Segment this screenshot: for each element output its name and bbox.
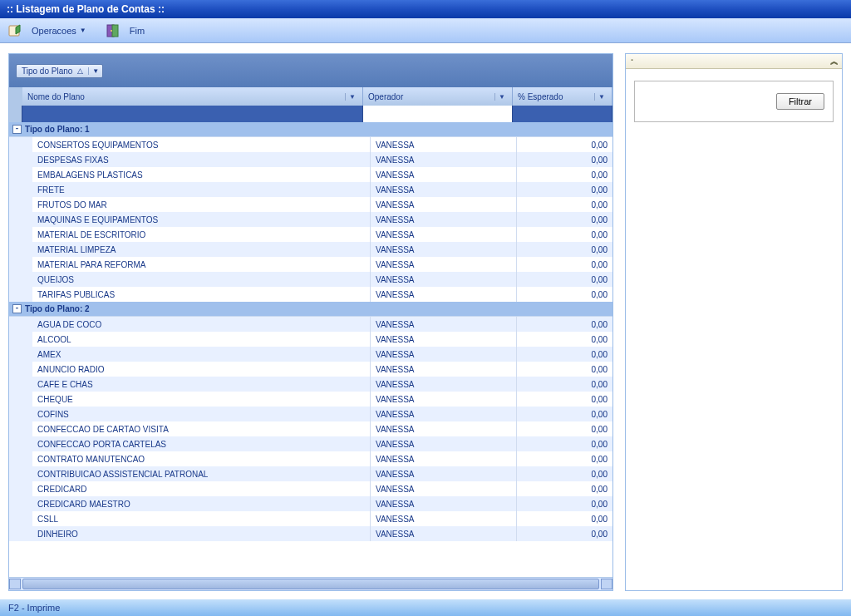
chevron-down-icon[interactable]: ▼: [494, 93, 507, 101]
table-row[interactable]: AGUA DE COCOVANESSA0,00: [9, 317, 612, 332]
filter-row: [9, 106, 612, 122]
table-row[interactable]: EMBALAGENS PLASTICASVANESSA0,00: [9, 167, 612, 182]
fim-button[interactable]: Fim: [126, 24, 148, 37]
cell-esperado: 0,00: [516, 242, 612, 257]
cell-esperado: 0,00: [516, 377, 612, 392]
table-row[interactable]: DINHEIROVANESSA0,00: [9, 526, 612, 541]
cell-esperado: 0,00: [516, 451, 612, 466]
table-row[interactable]: MAQUINAS E EQUIPAMENTOSVANESSA0,00: [9, 212, 612, 227]
filter-cell-esperado[interactable]: [513, 106, 612, 122]
row-indent: [9, 197, 32, 212]
cell-nome: CONTRATO MANUTENCAO: [32, 451, 370, 466]
cell-nome: AMEX: [32, 347, 370, 362]
cell-operador: VANESSA: [370, 451, 516, 466]
cell-esperado: 0,00: [516, 287, 612, 302]
row-indent: [9, 167, 32, 182]
cell-nome: MATERIAL DE ESCRITORIO: [32, 227, 370, 242]
table-row[interactable]: CONFECCAO PORTA CARTELASVANESSA0,00: [9, 436, 612, 451]
window-title: :: Listagem de Plano de Contas ::: [7, 3, 165, 15]
cell-nome: CREDICARD MAESTRO: [32, 496, 370, 511]
table-row[interactable]: FRUTOS DO MARVANESSA0,00: [9, 197, 612, 212]
fim-label: Fim: [130, 26, 145, 36]
filter-cell-operador[interactable]: [363, 106, 513, 122]
scroll-right-button[interactable]: [601, 579, 612, 589]
side-panel-header[interactable]: . ︽: [626, 54, 842, 69]
chevron-down-icon[interactable]: ▼: [88, 67, 99, 75]
cell-esperado: 0,00: [516, 392, 612, 407]
operacoes-menu[interactable]: Operacoes ▼: [28, 24, 90, 37]
window-titlebar: :: Listagem de Plano de Contas ::: [0, 0, 851, 18]
cell-operador: VANESSA: [370, 407, 516, 421]
cell-nome: ANUNCIO RADIO: [32, 362, 370, 377]
cell-nome: CONSERTOS EQUIPAMENTOS: [32, 137, 370, 152]
table-row[interactable]: CONTRIBUICAO ASSISTENCIAL PATRONALVANESS…: [9, 466, 612, 481]
cell-nome: ALCOOL: [32, 332, 370, 347]
cell-esperado: 0,00: [516, 511, 612, 526]
chevron-down-icon[interactable]: ▼: [345, 93, 357, 101]
collapse-group-icon[interactable]: -: [12, 125, 22, 134]
exit-icon[interactable]: [105, 22, 121, 39]
group-header[interactable]: -Tipo do Plano: 1: [9, 122, 612, 137]
row-indent: [9, 407, 32, 421]
group-by-bar[interactable]: Tipo do Plano △ ▼: [9, 54, 612, 87]
chevron-down-icon: ▼: [80, 27, 86, 34]
cell-operador: VANESSA: [370, 332, 516, 347]
row-indent: [9, 511, 32, 526]
grid-panel: Tipo do Plano △ ▼ Nome do Plano ▼ Operad…: [8, 53, 613, 591]
table-row[interactable]: CSLLVANESSA0,00: [9, 511, 612, 526]
group-header[interactable]: -Tipo do Plano: 2: [9, 302, 612, 317]
table-row[interactable]: CHEQUEVANESSA0,00: [9, 392, 612, 407]
column-header-nome[interactable]: Nome do Plano ▼: [22, 87, 363, 106]
table-row[interactable]: FRETEVANESSA0,00: [9, 182, 612, 197]
cell-esperado: 0,00: [516, 421, 612, 436]
cell-nome: DINHEIRO: [32, 526, 370, 541]
cell-esperado: 0,00: [516, 332, 612, 347]
table-row[interactable]: TARIFAS PUBLICASVANESSA0,00: [9, 287, 612, 302]
table-row[interactable]: ANUNCIO RADIOVANESSA0,00: [9, 362, 612, 377]
cell-operador: VANESSA: [370, 272, 516, 287]
row-indent: [9, 227, 32, 242]
side-panel-body: Filtrar: [626, 69, 842, 134]
cell-esperado: 0,00: [516, 481, 612, 496]
chevron-down-icon[interactable]: ▼: [594, 93, 607, 101]
table-row[interactable]: QUEIJOSVANESSA0,00: [9, 272, 612, 287]
filtrar-button[interactable]: Filtrar: [776, 93, 824, 110]
table-row[interactable]: MATERIAL LIMPEZAVANESSA0,00: [9, 242, 612, 257]
statusbar: F2 - Imprime: [0, 599, 851, 616]
cell-nome: CAFE E CHAS: [32, 377, 370, 392]
cell-nome: FRETE: [32, 182, 370, 197]
table-row[interactable]: COFINSVANESSA0,00: [9, 407, 612, 421]
collapse-group-icon[interactable]: -: [12, 304, 22, 313]
group-by-chip[interactable]: Tipo do Plano △ ▼: [16, 64, 103, 78]
operations-icon[interactable]: [7, 22, 23, 39]
table-row[interactable]: CAFE E CHASVANESSA0,00: [9, 377, 612, 392]
table-row[interactable]: ALCOOLVANESSA0,00: [9, 332, 612, 347]
cell-esperado: 0,00: [516, 362, 612, 377]
table-row[interactable]: CREDICARD MAESTROVANESSA0,00: [9, 496, 612, 511]
filter-cell-nome[interactable]: [22, 106, 363, 122]
horizontal-scrollbar[interactable]: [9, 577, 612, 590]
table-row[interactable]: MATERIAL DE ESCRITORIOVANESSA0,00: [9, 227, 612, 242]
table-row[interactable]: AMEXVANESSA0,00: [9, 347, 612, 362]
cell-esperado: 0,00: [516, 197, 612, 212]
scroll-left-button[interactable]: [9, 579, 21, 589]
table-row[interactable]: CONTRATO MANUTENCAOVANESSA0,00: [9, 451, 612, 466]
main-toolbar: Operacoes ▼ Fim: [0, 18, 851, 43]
table-row[interactable]: DESPESAS FIXASVANESSA0,00: [9, 152, 612, 167]
table-row[interactable]: MATERIAL PARA REFORMAVANESSA0,00: [9, 257, 612, 272]
svg-point-3: [111, 30, 112, 32]
cell-operador: VANESSA: [370, 377, 516, 392]
table-row[interactable]: CONFECCAO DE CARTAO VISITAVANESSA0,00: [9, 421, 612, 436]
column-header-operador[interactable]: Operador ▼: [363, 87, 513, 106]
cell-esperado: 0,00: [516, 317, 612, 332]
cell-nome: CHEQUE: [32, 392, 370, 407]
scroll-thumb[interactable]: [22, 579, 599, 589]
cell-operador: VANESSA: [370, 347, 516, 362]
table-row[interactable]: CREDICARDVANESSA0,00: [9, 481, 612, 496]
collapse-icon[interactable]: ︽: [830, 56, 837, 67]
cell-operador: VANESSA: [370, 242, 516, 257]
table-row[interactable]: CONSERTOS EQUIPAMENTOSVANESSA0,00: [9, 137, 612, 152]
row-indent: [9, 137, 32, 152]
grid-body[interactable]: -Tipo do Plano: 1CONSERTOS EQUIPAMENTOSV…: [9, 122, 612, 577]
column-header-esperado[interactable]: % Esperado ▼: [513, 87, 612, 106]
